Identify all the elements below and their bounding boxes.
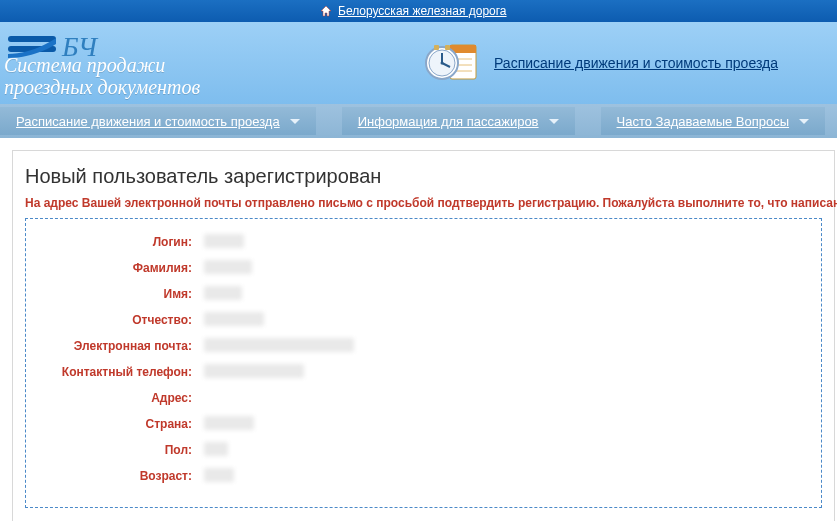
value-sex — [204, 442, 228, 459]
nav-item-schedule[interactable]: Расписание движения и стоимость проезда — [0, 107, 316, 135]
label-age: Возраст: — [36, 469, 196, 483]
page-title: Новый пользователь зарегистрирован — [25, 165, 822, 188]
nav-item-passenger-info[interactable]: Информация для пассажиров — [342, 107, 575, 135]
svg-rect-13 — [434, 45, 439, 50]
main-nav: Расписание движения и стоимость проезда … — [0, 104, 837, 138]
nav-item-label: Информация для пассажиров — [358, 114, 539, 129]
topbar: Белорусская железная дорога — [0, 0, 837, 22]
label-phone: Контактный телефон: — [36, 365, 196, 379]
top-home-link[interactable]: Белорусская железная дорога — [338, 4, 507, 18]
user-details-box: Логин: Фамилия: Имя: Отчество: Электронн… — [25, 218, 822, 508]
home-icon — [320, 5, 332, 17]
content-panel: Новый пользователь зарегистрирован На ад… — [12, 150, 835, 521]
row-firstname: Имя: — [36, 281, 811, 307]
header: БЧ Система продажи проездных документов — [0, 22, 837, 104]
label-login: Логин: — [36, 235, 196, 249]
label-sex: Пол: — [36, 443, 196, 457]
row-lastname: Фамилия: — [36, 255, 811, 281]
label-address: Адрес: — [36, 391, 196, 405]
row-address: Адрес: — [36, 385, 811, 411]
value-lastname — [204, 260, 252, 277]
site-title: Система продажи проездных документов — [4, 54, 200, 98]
value-age — [204, 468, 234, 485]
row-patronymic: Отчество: — [36, 307, 811, 333]
clock-calendar-icon — [424, 41, 480, 85]
chevron-down-icon — [799, 119, 809, 124]
value-phone — [204, 364, 304, 381]
row-login: Логин: — [36, 229, 811, 255]
nav-item-faq[interactable]: Часто Задаваемые Вопросы — [601, 107, 826, 135]
header-schedule-link[interactable]: Расписание движения и стоимость проезда — [494, 55, 778, 71]
chevron-down-icon — [549, 119, 559, 124]
label-firstname: Имя: — [36, 287, 196, 301]
value-patronymic — [204, 312, 264, 329]
svg-rect-14 — [445, 45, 450, 50]
row-sex: Пол: — [36, 437, 811, 463]
value-country — [204, 416, 254, 433]
confirmation-notice: На адрес Вашей электронной почты отправл… — [25, 196, 822, 210]
nav-item-label: Часто Задаваемые Вопросы — [617, 114, 790, 129]
label-patronymic: Отчество: — [36, 313, 196, 327]
header-schedule-block: Расписание движения и стоимость проезда — [424, 41, 778, 85]
label-lastname: Фамилия: — [36, 261, 196, 275]
chevron-down-icon — [290, 119, 300, 124]
value-login — [204, 234, 244, 251]
label-country: Страна: — [36, 417, 196, 431]
label-email: Электронная почта: — [36, 339, 196, 353]
row-country: Страна: — [36, 411, 811, 437]
row-phone: Контактный телефон: — [36, 359, 811, 385]
nav-item-label: Расписание движения и стоимость проезда — [16, 114, 280, 129]
row-age: Возраст: — [36, 463, 811, 489]
value-email — [204, 338, 354, 355]
svg-rect-0 — [8, 36, 56, 42]
svg-point-12 — [441, 62, 444, 65]
value-firstname — [204, 286, 242, 303]
row-email: Электронная почта: — [36, 333, 811, 359]
